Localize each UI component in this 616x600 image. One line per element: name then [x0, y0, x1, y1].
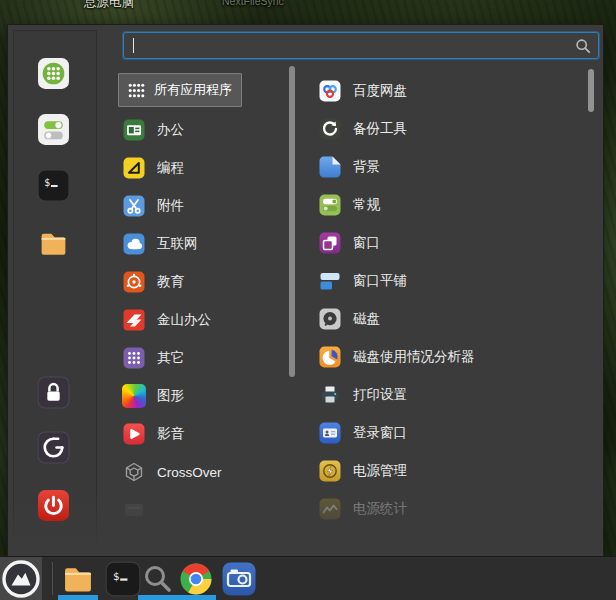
- app-label: 电源统计: [353, 500, 407, 518]
- app-label: 百度网盘: [353, 82, 407, 100]
- app-item[interactable]: 备份工具: [310, 110, 578, 148]
- background-icon: [318, 155, 342, 179]
- desktop-icon-labels: 息源电脑 NextFileSync: [0, 0, 616, 25]
- favorites-sidebar: [13, 30, 97, 551]
- app-item[interactable]: 打印设置: [310, 376, 578, 414]
- app-label: 背景: [353, 158, 380, 176]
- category-list: 办公编程附件互联网教育金山办公其它图形影音CrossOver: [114, 25, 292, 556]
- svg-text:$: $: [44, 177, 50, 188]
- login-window-icon: [318, 421, 342, 445]
- disk-analyzer-icon: [318, 345, 342, 369]
- general-icon: [318, 193, 342, 217]
- favorite-settings[interactable]: [37, 113, 70, 146]
- menu-button[interactable]: [0, 557, 42, 600]
- category-item[interactable]: 附件: [114, 187, 292, 225]
- apps-scrollbar-thumb[interactable]: [588, 69, 594, 112]
- taskbar-screenshot-launcher[interactable]: [219, 560, 259, 597]
- print-settings-icon: [318, 383, 342, 407]
- app-item[interactable]: 磁盘使用情况分析器: [310, 338, 578, 376]
- category-item[interactable]: CrossOver: [114, 453, 292, 491]
- active-window-indicator: [176, 595, 216, 600]
- files-icon: [60, 561, 96, 597]
- category-item[interactable]: 金山办公: [114, 301, 292, 339]
- disks-icon: [318, 307, 342, 331]
- taskbar: $: [0, 556, 616, 600]
- desktop-icon-label: NextFileSync: [222, 0, 284, 7]
- taskbar-chrome-launcher[interactable]: [176, 560, 216, 597]
- category-item[interactable]: 办公: [114, 111, 292, 149]
- category-item[interactable]: 编程: [114, 149, 292, 187]
- baidu-netdisk-icon: [318, 79, 342, 103]
- graphics-icon: [122, 384, 146, 408]
- category-item[interactable]: 其它: [114, 339, 292, 377]
- category-item[interactable]: [114, 491, 292, 529]
- category-label: 互联网: [157, 235, 198, 253]
- accessories-icon: [122, 194, 146, 218]
- logout-icon: [37, 431, 70, 464]
- app-label: 备份工具: [353, 120, 407, 138]
- category-label: 影音: [157, 425, 184, 443]
- taskbar-separator: [52, 562, 53, 595]
- app-item[interactable]: 磁盘: [310, 300, 578, 338]
- category-item[interactable]: 教育: [114, 263, 292, 301]
- app-item[interactable]: 电源统计: [310, 490, 578, 528]
- category-label: 其它: [157, 349, 184, 367]
- category-label: 附件: [157, 197, 184, 215]
- category-item[interactable]: 影音: [114, 415, 292, 453]
- app-item[interactable]: 电源管理: [310, 452, 578, 490]
- window-tiling-icon: [318, 269, 342, 293]
- terminal-icon: $: [105, 561, 141, 597]
- app-label: 窗口平铺: [353, 272, 407, 290]
- terminal-icon: $: [37, 169, 70, 202]
- files-icon: [37, 227, 70, 260]
- app-item[interactable]: 登录窗口: [310, 414, 578, 452]
- session-logout[interactable]: [37, 431, 70, 464]
- app-item[interactable]: 窗口: [310, 224, 578, 262]
- app-label: 电源管理: [353, 462, 407, 480]
- category-scrollbar-thumb[interactable]: [289, 66, 295, 377]
- office-icon: [122, 118, 146, 142]
- desktop-icon-label: 息源电脑: [84, 0, 134, 11]
- favorite-terminal[interactable]: $: [37, 169, 70, 202]
- application-list: 百度网盘备份工具背景常规窗口窗口平铺磁盘磁盘使用情况分析器打印设置登录窗口电源管…: [310, 25, 586, 556]
- app-menu-panel: 所有应用程序 办公编程附件互联网教育金山办公其它图形影音CrossOver 百度…: [8, 25, 603, 556]
- software-manager-icon: [37, 57, 70, 90]
- power-statistics-icon: [318, 497, 342, 521]
- app-label: 磁盘: [353, 310, 380, 328]
- settings-icon: [37, 113, 70, 146]
- taskbar-files-launcher[interactable]: [58, 560, 98, 597]
- session-lock-screen[interactable]: [37, 376, 70, 409]
- education-icon: [122, 270, 146, 294]
- chrome-icon: [178, 561, 214, 597]
- category-item[interactable]: 互联网: [114, 225, 292, 263]
- app-item[interactable]: 常规: [310, 186, 578, 224]
- taskbar-search-launcher[interactable]: [138, 560, 178, 597]
- session-shutdown[interactable]: [37, 489, 70, 522]
- taskbar-terminal-launcher[interactable]: $: [103, 560, 143, 597]
- unknown-app-icon: [122, 498, 146, 522]
- crossover-icon: [122, 460, 146, 484]
- app-item[interactable]: 窗口平铺: [310, 262, 578, 300]
- windows-icon: [318, 231, 342, 255]
- favorite-software-manager[interactable]: [37, 57, 70, 90]
- shutdown-icon: [37, 489, 70, 522]
- category-label: 图形: [157, 387, 184, 405]
- search-icon: [140, 561, 176, 597]
- category-item[interactable]: 图形: [114, 377, 292, 415]
- screenshot-icon: [221, 561, 257, 597]
- category-label: 教育: [157, 273, 184, 291]
- active-window-indicator: [58, 595, 98, 600]
- svg-text:$: $: [113, 569, 119, 582]
- category-label: 编程: [157, 159, 184, 177]
- category-label: 办公: [157, 121, 184, 139]
- backup-tool-icon: [318, 117, 342, 141]
- video-icon: [122, 422, 146, 446]
- other-icon: [122, 346, 146, 370]
- category-label: 金山办公: [157, 311, 211, 329]
- app-item[interactable]: 百度网盘: [310, 72, 578, 110]
- internet-icon: [122, 232, 146, 256]
- favorite-files[interactable]: [37, 227, 70, 260]
- menu-logo-icon: [1, 559, 41, 599]
- wps-office-icon: [122, 308, 146, 332]
- app-item[interactable]: 背景: [310, 148, 578, 186]
